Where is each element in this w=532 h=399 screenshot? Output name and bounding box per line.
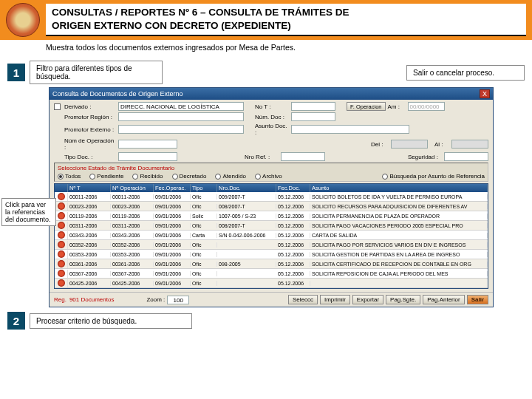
filter-form: Derivado : DIRECC. NACIONAL DE LOGÍSTICA… <box>50 100 493 292</box>
table-row[interactable]: 00311-200600311-200609/01/2006Ofic008/20… <box>55 221 488 231</box>
radio-recibido[interactable]: Recibido <box>132 173 163 180</box>
badge-2: 2 <box>7 312 25 330</box>
annotation-process: Procesar criterio de búsqueda. <box>30 313 192 329</box>
col-nop[interactable]: Nº Operación <box>111 184 154 192</box>
prev-page-button[interactable]: Pag.Anterior <box>423 295 464 304</box>
next-page-button[interactable]: Pag.Sgte. <box>386 295 420 304</box>
doc-icon[interactable] <box>58 231 65 239</box>
zoom-label: Zoom : <box>146 296 165 303</box>
table-row[interactable]: 00353-200600353-200609/01/2006Ofic05.12.… <box>55 250 488 259</box>
col-tipo[interactable]: Tipo <box>191 184 217 192</box>
nrodoc-label: Núm. Doc : <box>255 114 289 120</box>
org-logo <box>6 3 40 37</box>
doc-icon[interactable] <box>58 222 65 229</box>
tpod-field[interactable] <box>118 152 177 161</box>
promreg-label: Promotor Región : <box>64 114 116 120</box>
col-nt[interactable]: Nº T <box>68 184 111 192</box>
screenshot-wrap: Click para ver la referencias del docume… <box>49 87 494 307</box>
fecha-am-label: Am : <box>388 103 406 110</box>
nrodoc-field[interactable] <box>291 112 335 121</box>
table-row[interactable]: 00352-200600352-200609/01/2006Ofic05.12.… <box>55 240 488 250</box>
radio-atendido[interactable]: Atendido <box>215 173 246 180</box>
zoom-field[interactable]: 100 <box>167 296 189 304</box>
radio-decretado[interactable]: Decretado <box>172 173 207 180</box>
doc-icon[interactable] <box>58 260 65 267</box>
table-row[interactable]: 00343-200600343-200609/01/2006CartaS/N 0… <box>55 231 488 240</box>
annotation-row-2: 2 Procesar criterio de búsqueda. <box>7 312 525 330</box>
nref-field[interactable] <box>281 152 325 161</box>
radio-title: Seleccione Estado de Trámite Documentari… <box>58 165 485 171</box>
table-row[interactable]: 00011-200600011-200609/01/2006Ofic009/20… <box>55 192 488 202</box>
del-field[interactable] <box>391 140 428 149</box>
nop-field[interactable] <box>118 140 177 149</box>
radio-busq-ref[interactable]: Búsqueda por Asunto de Referencia <box>382 173 485 180</box>
results-grid: Nº T Nº Operación Fec.Operac. Tipo Nro.D… <box>54 183 488 289</box>
window-titlebar[interactable]: Consulta de Documentos de Origen Externo… <box>50 88 493 100</box>
col-fecop[interactable]: Fec.Operac. <box>154 184 191 192</box>
grid-header: Nº T Nº Operación Fec.Operac. Tipo Nro.D… <box>55 184 488 192</box>
doc-icon[interactable] <box>58 212 65 219</box>
status-bar: Reg. 901 Documentos Zoom : 100 Seleccc I… <box>50 292 493 307</box>
exit-button[interactable]: Salir <box>467 295 488 304</box>
table-row[interactable]: 00425-200600425-200609/01/2006Ofic05.12.… <box>55 279 488 288</box>
doc-icon[interactable] <box>58 250 65 258</box>
export-button[interactable]: Exportar <box>352 295 383 304</box>
radio-todos[interactable]: Todos <box>58 173 81 180</box>
grid-body: 00011-200600011-200609/01/2006Ofic009/20… <box>55 192 488 288</box>
derivado-check[interactable] <box>54 103 61 110</box>
seg-label: Seguridad : <box>408 154 442 160</box>
select-button[interactable]: Seleccc <box>288 295 318 304</box>
page-subtitle: Muestra todos los documentos externos in… <box>0 40 532 55</box>
promext-field[interactable] <box>118 125 244 134</box>
page-title: CONSULTAS / REPORTES Nº 6 – CONSULTA DE … <box>52 6 520 32</box>
status-reg-label: Reg. <box>54 296 66 303</box>
header-bar: CONSULTAS / REPORTES Nº 6 – CONSULTA DE … <box>0 0 532 40</box>
promreg-field[interactable] <box>118 112 244 121</box>
doc-icon[interactable] <box>58 279 65 287</box>
asunto-label: Asunto Doc. : <box>255 123 289 136</box>
table-row[interactable]: 00367-200600367-200609/01/2006Ofic05.12.… <box>55 269 488 279</box>
col-nrodoc[interactable]: Nro.Doc. <box>217 184 276 192</box>
foperacion-button[interactable]: F. Operacion <box>347 102 386 111</box>
doc-icon[interactable] <box>58 193 65 200</box>
asunto-field[interactable] <box>291 125 409 134</box>
annotation-side: Click para ver la referencias del docume… <box>1 198 56 226</box>
doc-icon[interactable] <box>58 241 65 248</box>
doc-icon[interactable] <box>58 202 65 210</box>
col-icon <box>55 184 68 192</box>
nop-label: Núm de Operación : <box>64 137 116 151</box>
annotation-row-1: 1 Filtro para diferentes tipos de búsque… <box>7 61 525 84</box>
title-box: CONSULTAS / REPORTES Nº 6 – CONSULTA DE … <box>46 4 526 35</box>
annotation-filter: Filtro para diferentes tipos de búsqueda… <box>30 61 163 84</box>
doc-icon[interactable] <box>58 270 65 277</box>
derivado-label: Derivado : <box>64 103 116 110</box>
radio-group: Seleccione Estado de Trámite Documentari… <box>54 163 488 182</box>
derivado-field[interactable]: DIRECC. NACIONAL DE LOGÍSTICA <box>118 102 244 111</box>
nref-label: Nro Ref. : <box>245 154 279 160</box>
del-label: Del : <box>371 141 389 148</box>
table-row[interactable]: 00119-200600119-200609/01/2006Solic1007-… <box>55 211 488 221</box>
close-icon[interactable]: X <box>480 89 490 98</box>
fecha-field[interactable]: 00/00/0000 <box>408 102 445 111</box>
nrot-label: No T : <box>255 103 289 110</box>
badge-1: 1 <box>7 64 25 81</box>
table-row[interactable]: 00023-200600023-200609/01/2006Ofic008/20… <box>55 202 488 211</box>
promext-label: Promotor Externo : <box>64 126 116 133</box>
window-title: Consulta de Documentos de Origen Externo <box>52 90 183 98</box>
col-asunto[interactable]: Asunto <box>310 184 488 192</box>
status-reg-value: 901 Documentos <box>69 296 114 303</box>
annotation-exit: Salir o cancelar proceso. <box>406 65 525 81</box>
table-row[interactable]: 00361-200600361-200609/01/2006Ofic098-20… <box>55 259 488 269</box>
tpod-label: Tipo Doc. : <box>64 154 116 160</box>
radio-archivo[interactable]: Archivo <box>255 173 282 180</box>
print-button[interactable]: Imprimir <box>320 295 350 304</box>
radio-pendiente[interactable]: Pendiente <box>89 173 123 180</box>
al-label: Al : <box>434 141 449 148</box>
seg-field[interactable] <box>444 152 488 161</box>
col-fecdoc[interactable]: Fec.Doc. <box>276 184 310 192</box>
al-field[interactable] <box>451 140 488 149</box>
nrot-field[interactable] <box>291 102 335 111</box>
app-window: Consulta de Documentos de Origen Externo… <box>49 87 494 307</box>
